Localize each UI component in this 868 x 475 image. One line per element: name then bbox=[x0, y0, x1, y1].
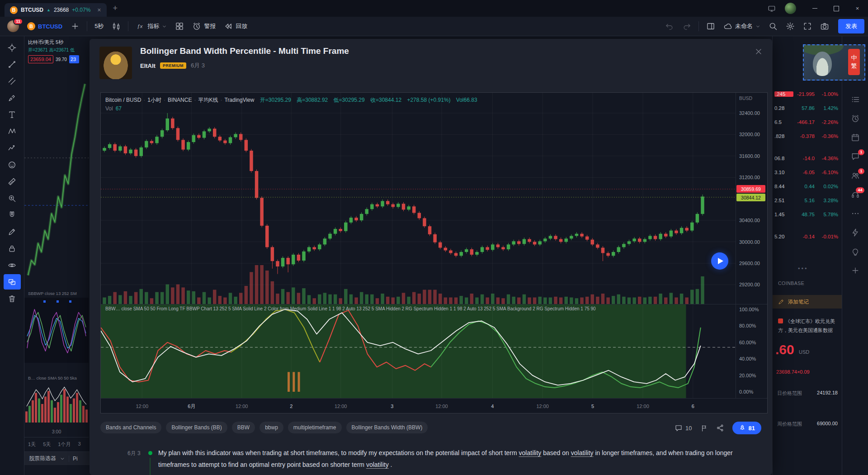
tool-crosshair[interactable] bbox=[4, 40, 21, 55]
watchlist-row[interactable]: 2.515.163.28% bbox=[773, 193, 842, 207]
chevron-down-icon[interactable] bbox=[60, 456, 65, 461]
tool-trash[interactable] bbox=[4, 291, 21, 306]
watchlist-row[interactable]: 6.5-466.17-2.26% bbox=[773, 115, 842, 129]
maximize-button[interactable] bbox=[826, 0, 847, 17]
candles-icon[interactable] bbox=[108, 19, 124, 33]
chart-widget[interactable]: 32400.0032000.0031600.0031200.0030400.00… bbox=[100, 92, 768, 413]
calendar-icon[interactable] bbox=[851, 133, 860, 142]
tool-lock[interactable] bbox=[4, 241, 21, 256]
tag-pill[interactable]: Bollinger Bands (BB) bbox=[166, 422, 227, 433]
watchlist-row[interactable]: 06.8-14.0-4.36% bbox=[773, 151, 842, 165]
watchlist-row[interactable]: 1.4548.755.78% bbox=[773, 207, 842, 221]
tag-pill[interactable]: bbwp bbox=[259, 422, 283, 433]
panel-right-icon[interactable] bbox=[703, 19, 719, 33]
new-tab-button[interactable]: + bbox=[113, 4, 118, 13]
tag-link[interactable]: volatility bbox=[571, 449, 594, 456]
app-tab[interactable]: B BTCUSD ▲ 23668 +0.07% × bbox=[5, 3, 107, 17]
alarm-clock-button[interactable]: 警报 bbox=[189, 19, 219, 33]
range-button[interactable]: 1个月 bbox=[58, 441, 71, 448]
add-note-button[interactable]: 添加笔记 bbox=[773, 295, 842, 309]
share-icon[interactable] bbox=[716, 424, 724, 432]
camera-icon[interactable] bbox=[816, 19, 833, 33]
undo-icon[interactable] bbox=[661, 19, 678, 33]
screen-share-icon[interactable] bbox=[768, 5, 776, 13]
tool-brush[interactable] bbox=[4, 90, 21, 105]
play-button[interactable] bbox=[711, 252, 728, 270]
pine-editor-label[interactable]: Pi bbox=[73, 456, 78, 462]
svg-text:12:00: 12:00 bbox=[435, 404, 448, 409]
search-icon[interactable] bbox=[765, 19, 781, 33]
close-window-button[interactable]: × bbox=[847, 0, 868, 17]
tool-emoji[interactable] bbox=[4, 157, 21, 172]
watchlist-row[interactable]: 5.20-0.14-0.01% bbox=[773, 229, 842, 243]
headset-icon[interactable]: 44 bbox=[851, 190, 860, 199]
tag-pill[interactable]: Bands and Channels bbox=[100, 422, 161, 433]
author-name[interactable]: EltAlt bbox=[140, 62, 156, 69]
lightning-icon[interactable] bbox=[851, 228, 860, 237]
tag-pill[interactable]: multipletimeframe bbox=[288, 422, 342, 433]
minimize-button[interactable] bbox=[804, 0, 826, 17]
bulb-icon[interactable] bbox=[851, 247, 860, 256]
list-icon[interactable] bbox=[851, 95, 860, 104]
tool-parallel-channel[interactable] bbox=[4, 73, 21, 89]
fullscreen-icon[interactable] bbox=[799, 19, 816, 33]
watchlist-row[interactable]: .245-21.995-1.00% bbox=[773, 87, 842, 101]
tool-eye[interactable] bbox=[4, 257, 21, 273]
watchlist-row[interactable]: 8.440.440.02% bbox=[773, 179, 842, 193]
cloud-button[interactable]: 未命名 bbox=[720, 19, 764, 33]
range-button[interactable]: 3 bbox=[78, 441, 80, 448]
svg-text:2: 2 bbox=[290, 404, 292, 409]
left-ohlc: 开=23671 高=23671 低 bbox=[28, 47, 75, 53]
window-avatar[interactable] bbox=[785, 3, 796, 14]
symbol-button[interactable]: BBTCUSD bbox=[24, 19, 66, 33]
user-avatar[interactable]: 11 bbox=[4, 19, 23, 33]
boost-button[interactable]: 81 bbox=[732, 422, 761, 434]
screener-label[interactable]: 股票筛选器 bbox=[29, 455, 56, 462]
tool-pencil[interactable] bbox=[4, 224, 21, 239]
tool-zoom-in[interactable] bbox=[4, 190, 21, 206]
timeline-dot bbox=[148, 451, 152, 455]
chat-icon[interactable]: 1 bbox=[851, 152, 860, 161]
watchlist-row[interactable]: 3.10-6.05-6.10% bbox=[773, 165, 842, 179]
timeline-line bbox=[150, 458, 151, 475]
range-button[interactable]: 5天 bbox=[43, 441, 51, 448]
tag-pill[interactable]: Bollinger Bands Width (BBW) bbox=[346, 422, 428, 433]
tag-link[interactable]: volatility bbox=[366, 461, 389, 468]
svg-text:32000.00: 32000.00 bbox=[739, 132, 760, 137]
dots-icon[interactable] bbox=[851, 209, 860, 218]
close-icon[interactable] bbox=[754, 47, 763, 56]
bid-price[interactable]: 23659.04 bbox=[28, 55, 53, 63]
redo-icon[interactable] bbox=[679, 19, 695, 33]
watchlist-row[interactable]: 0.2857.861.42% bbox=[773, 101, 842, 115]
indicator-title: Bollinger Band Width Percentile - Multi … bbox=[140, 46, 349, 56]
tag-link[interactable]: volatility bbox=[519, 449, 542, 456]
pip-video-overlay[interactable]: 中繁 bbox=[803, 44, 865, 81]
tool-text[interactable] bbox=[4, 107, 21, 122]
tag-pill[interactable]: BBW bbox=[232, 422, 255, 433]
comment-icon[interactable] bbox=[675, 424, 683, 432]
news-item[interactable]: 《全球汇市》欧元兑美 方，美元在美国通胀数据 bbox=[778, 317, 835, 335]
publish-button[interactable]: 发表 bbox=[838, 19, 864, 33]
plus-icon[interactable] bbox=[851, 266, 860, 275]
watchlist-row[interactable]: .828-0.378-0.36% bbox=[773, 129, 842, 143]
tab-close-icon[interactable]: × bbox=[97, 6, 101, 14]
tool-sync[interactable] bbox=[4, 274, 21, 290]
more-dots[interactable]: ••• bbox=[798, 265, 808, 272]
tool-xabcd-pattern[interactable] bbox=[4, 124, 21, 139]
tool-forecast[interactable] bbox=[4, 140, 21, 156]
gear-icon[interactable] bbox=[782, 19, 798, 33]
grid-layout-icon[interactable] bbox=[171, 19, 188, 33]
indicators-button[interactable]: ƒx指标 bbox=[132, 19, 170, 33]
tool-trend-line[interactable] bbox=[4, 57, 21, 72]
tool-magnet[interactable] bbox=[4, 207, 21, 223]
interval-button[interactable]: 5秒 bbox=[91, 19, 107, 33]
replay-button[interactable]: 回放 bbox=[220, 19, 251, 33]
ask-price[interactable]: 23 bbox=[69, 55, 79, 63]
tool-ruler[interactable] bbox=[4, 174, 21, 189]
flag-icon[interactable] bbox=[700, 424, 708, 432]
alarm-clock-icon[interactable] bbox=[851, 114, 860, 123]
users-icon[interactable]: 1 bbox=[851, 171, 860, 180]
currency-label: USD bbox=[799, 349, 809, 355]
range-button[interactable]: 1天 bbox=[28, 441, 36, 448]
plus-icon[interactable] bbox=[67, 19, 83, 33]
